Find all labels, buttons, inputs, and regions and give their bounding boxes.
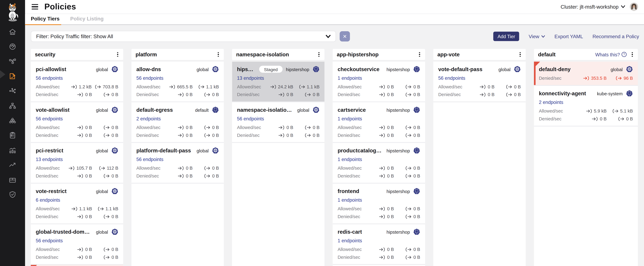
ingress-rate: 0 B (368, 247, 394, 252)
traffic-rate-row: Allowed/sec 5.9 kB 5.1 kB (539, 108, 633, 113)
tier-menu-button[interactable] (217, 51, 220, 58)
policy-card[interactable]: productcatalogservice hipstershop ns 1 e… (332, 143, 425, 184)
endpoints-link[interactable]: 2 endpoints (539, 100, 563, 105)
ingress-arrow-icon (78, 255, 84, 260)
ingress-value: 0 B (85, 247, 92, 252)
policy-card[interactable]: vote-allowlist global 56 endpoints Allow… (31, 102, 123, 143)
policy-card[interactable]: global-trusted-domains global 56 endpoin… (31, 224, 123, 265)
network-icon[interactable] (0, 98, 25, 113)
endpoints-link[interactable]: 56 endpoints (136, 157, 164, 162)
egress-arrow-icon (616, 76, 622, 80)
tab-policy-tiers[interactable]: Policy Tiers (31, 16, 60, 22)
endpoints-link[interactable]: 1 endpoints (338, 76, 362, 80)
endpoints-link[interactable]: 2 endpoints (136, 116, 161, 121)
endpoints-link[interactable]: 1 endpoints (338, 238, 362, 243)
whats-this-link[interactable]: Whats this? ? (595, 52, 627, 57)
clear-filter-button[interactable]: ✕ (340, 31, 350, 42)
tier-header: namespace-isolation (232, 49, 324, 60)
endpoints-link[interactable]: 13 endpoints (36, 157, 63, 162)
ingress-value: 0 B (186, 125, 192, 130)
tab-policy-listing[interactable]: Policy Listing (70, 16, 104, 22)
tier-menu-button[interactable] (631, 51, 634, 58)
egress-rate: 0 B (196, 92, 219, 97)
trends-icon[interactable] (0, 157, 25, 172)
policy-card[interactable]: hipstershop-gh… Staged hipstershop ns 13… (232, 62, 324, 102)
policy-scope-label: global (196, 67, 208, 72)
egress-arrow-icon (99, 166, 105, 170)
ingress-rate: 0 B (368, 133, 394, 138)
policy-card[interactable]: default-deny global Denied/sec 353.5 B 9… (534, 62, 638, 86)
home-icon[interactable] (0, 24, 25, 39)
rate-label: Allowed/sec (36, 84, 60, 89)
policy-name: hipstershop-gh… (237, 66, 253, 72)
ingress-rate: 0 B (66, 92, 92, 97)
endpoints-link[interactable]: 56 endpoints (36, 238, 63, 243)
policy-card[interactable]: vote-restrict global 6 endpoints Allowed… (31, 184, 123, 224)
cluster-selector[interactable]: Cluster: jlt-msft-workshop (560, 4, 625, 10)
traffic-rate-row: Allowed/sec 0 B 0 B (136, 125, 219, 130)
rate-label: Allowed/sec (36, 166, 60, 170)
dashboard-icon[interactable] (0, 39, 25, 54)
tier-menu-button[interactable] (318, 51, 320, 58)
policy-card[interactable]: allow-dns global 56 endpoints Allowed/se… (132, 62, 224, 102)
add-tier-button[interactable]: Add Tier (494, 32, 519, 41)
tier-menu-button[interactable] (418, 51, 421, 58)
endpoints-link[interactable]: 56 endpoints (136, 76, 164, 80)
policy-card[interactable]: platform-default-pass global 56 endpoint… (132, 143, 224, 184)
endpoints-icon[interactable] (0, 113, 25, 128)
menu-toggle-icon[interactable] (31, 4, 39, 10)
endpoints-link[interactable]: 6 endpoints (36, 198, 60, 202)
policy-card[interactable]: cartservice hipstershop ns 1 endpoints A… (332, 102, 425, 143)
policy-traffic-filter-select[interactable]: Filter: Policy Traffic filter: Show All (31, 31, 336, 42)
endpoints-link[interactable]: 56 endpoints (36, 76, 63, 80)
ingress-arrow-icon (379, 206, 386, 211)
egress-arrow-icon (104, 92, 110, 97)
tier-menu-button[interactable] (519, 51, 522, 58)
policy-name: checkoutservice (338, 66, 380, 72)
user-avatar[interactable] (630, 2, 638, 11)
toolbar: Add Tier View Export YAML Recommend a Po… (494, 32, 639, 41)
ingress-arrow-icon (78, 92, 84, 97)
namespace-scope-icon: ns (413, 66, 420, 73)
egress-value: 0 B (112, 247, 118, 252)
policy-card[interactable]: quarantine global 0 endpoints (31, 265, 123, 266)
activity-icon[interactable] (0, 142, 25, 157)
egress-arrow-icon (204, 133, 210, 137)
tier-menu-button[interactable] (116, 51, 119, 58)
policy-card[interactable]: vote-default-pass global 56 endpoints Al… (433, 62, 526, 102)
recommend-policy-button[interactable]: Recommend a Policy (592, 34, 639, 39)
endpoints-link[interactable]: 13 endpoints (237, 76, 264, 80)
policy-card[interactable]: frontend hipstershop ns 1 endpoints Allo… (332, 184, 425, 224)
policy-card[interactable]: pci-restrict global 13 endpoints Allowed… (31, 143, 123, 184)
endpoints-link[interactable]: 1 endpoints (338, 116, 362, 121)
endpoints-link[interactable]: 56 endpoints (438, 76, 465, 80)
policy-scope-label: global (96, 67, 108, 72)
ingress-value: 1.2 kB (79, 84, 92, 89)
policy-card[interactable]: pci-allowlist global 56 endpoints Allowe… (31, 62, 123, 102)
ingress-rate: 0 B (368, 92, 394, 97)
policy-card[interactable]: emailservice hipstershop ns 1 endpoints … (332, 265, 425, 266)
traffic-rows: Denied/sec 353.5 B 96 B (539, 76, 633, 80)
export-yaml-button[interactable]: Export YAML (554, 34, 583, 39)
egress-value: 0 B (212, 125, 219, 130)
policy-card[interactable]: konnectivity-agent kube-system ns 2 endp… (534, 86, 638, 126)
compliance-icon[interactable] (0, 128, 25, 142)
inventory-icon[interactable] (0, 172, 25, 187)
endpoints-link[interactable]: 56 endpoints (237, 116, 264, 121)
policy-card[interactable]: namespace-isolation-default-p… global 56… (232, 102, 324, 143)
egress-arrow-icon (406, 174, 412, 178)
flow-visualizer-icon[interactable] (0, 84, 25, 98)
ingress-value: 0 B (387, 206, 394, 211)
endpoints-link[interactable]: 1 endpoints (338, 198, 362, 202)
endpoints-link[interactable]: 56 endpoints (36, 116, 63, 121)
policy-card[interactable]: redis-cart hipstershop ns 1 endpoints Al… (332, 224, 425, 265)
egress-value: 0 B (414, 247, 420, 252)
endpoints-link[interactable]: 1 endpoints (338, 157, 362, 162)
egress-arrow-icon (104, 174, 110, 178)
threat-defense-icon[interactable] (0, 187, 25, 202)
service-graph-icon[interactable] (0, 54, 25, 69)
view-menu-button[interactable]: View (529, 34, 545, 39)
policy-card[interactable]: checkoutservice hipstershop ns 1 endpoin… (332, 62, 425, 102)
policy-card[interactable]: default-egress default ns 2 endpoints Al… (132, 102, 224, 143)
egress-rate: 0 B (95, 173, 118, 178)
